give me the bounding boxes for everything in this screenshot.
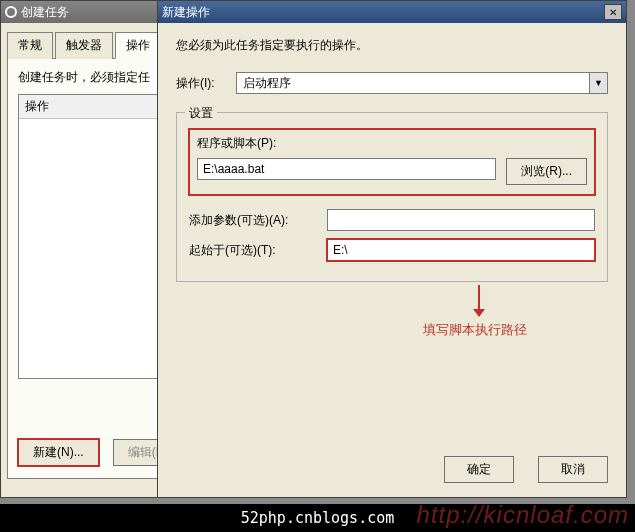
new-action-titlebar[interactable]: 新建操作 ✕ bbox=[158, 1, 626, 23]
startin-input[interactable] bbox=[327, 239, 595, 261]
settings-legend: 设置 bbox=[185, 105, 217, 122]
new-action-dialog: 新建操作 ✕ 您必须为此任务指定要执行的操作。 操作(I): 启动程序 ▼ 设置… bbox=[157, 0, 627, 498]
program-label: 程序或脚本(P): bbox=[197, 135, 587, 152]
footer-text: 52php.cnblogs.com bbox=[241, 509, 395, 527]
footer-bar: 52php.cnblogs.com bbox=[0, 504, 635, 532]
ok-button[interactable]: 确定 bbox=[444, 456, 514, 483]
new-action-button[interactable]: 新建(N)... bbox=[18, 439, 99, 466]
action-label: 操作(I): bbox=[176, 75, 228, 92]
tab-triggers[interactable]: 触发器 bbox=[55, 32, 113, 59]
tab-general[interactable]: 常规 bbox=[7, 32, 53, 59]
program-path-input[interactable] bbox=[197, 158, 496, 180]
annotation-arrow bbox=[478, 285, 480, 311]
close-icon[interactable]: ✕ bbox=[604, 4, 622, 20]
new-action-title: 新建操作 bbox=[162, 4, 210, 21]
args-label: 添加参数(可选)(A): bbox=[189, 212, 319, 229]
cancel-button[interactable]: 取消 bbox=[538, 456, 608, 483]
gear-icon bbox=[5, 6, 17, 18]
args-input[interactable] bbox=[327, 209, 595, 231]
create-task-title: 创建任务 bbox=[21, 4, 69, 21]
instruction-text: 您必须为此任务指定要执行的操作。 bbox=[176, 37, 608, 54]
browse-button[interactable]: 浏览(R)... bbox=[506, 158, 587, 185]
settings-group: 设置 程序或脚本(P): 浏览(R)... 添加参数(可选)(A): 起始于(可… bbox=[176, 112, 608, 282]
annotation-text: 填写脚本执行路径 bbox=[423, 321, 527, 339]
action-dropdown-value: 启动程序 bbox=[237, 75, 589, 92]
tab-actions[interactable]: 操作 bbox=[115, 32, 161, 59]
startin-label: 起始于(可选)(T): bbox=[189, 242, 319, 259]
chevron-down-icon[interactable]: ▼ bbox=[589, 73, 607, 93]
action-dropdown[interactable]: 启动程序 ▼ bbox=[236, 72, 608, 94]
annotation-arrow-head bbox=[473, 309, 485, 317]
